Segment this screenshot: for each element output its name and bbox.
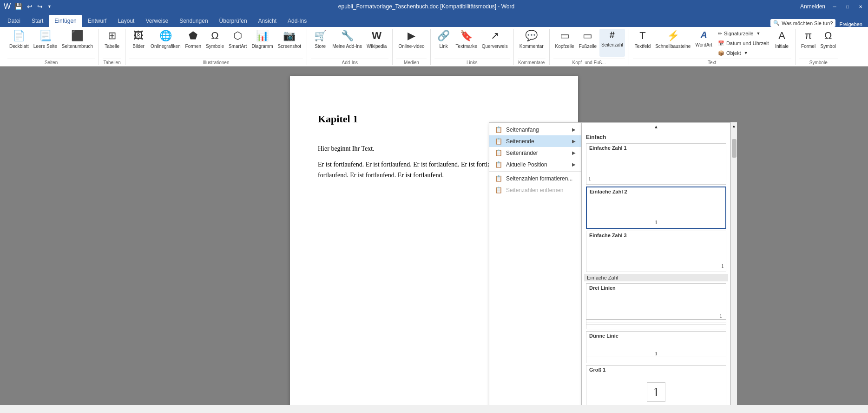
tab-addins[interactable]: Add-Ins (282, 15, 312, 27)
kopf-fuss-group-label: Kopf- und Fuß... (553, 59, 625, 65)
addins-group-label: Add-Ins (311, 59, 388, 65)
smartart-button[interactable]: ⬡ SmartArt (227, 29, 249, 57)
einfache-zahl-2-number: 1 (655, 219, 658, 226)
ribbon-group-seiten: 📄 Deckblatt 📃 Leere Seite ⬛ Seitenumbruc… (4, 29, 99, 65)
online-video-icon: ▶ (408, 30, 415, 42)
freigeben-button[interactable]: Freigeben (839, 21, 862, 27)
quick-access-undo[interactable]: ↩ (26, 3, 33, 10)
ribbon-group-illustrationen: 🖼 Bilder 🌐 Onlinegrafiken ⬟ Formen Ω Sym… (125, 29, 307, 65)
einfache-zahl-1-number: 1 (588, 175, 591, 182)
fusszeile-button[interactable]: ▭ Fußzeile (577, 29, 598, 57)
seitenzahl-button[interactable]: # Seitenzahl (599, 29, 625, 57)
onlinegrafiken-button[interactable]: 🌐 Onlinegrafiken (149, 29, 182, 57)
kommentare-group-label: Kommentare (518, 59, 546, 65)
schnellbausteine-button[interactable]: ⚡ Schnellbausteine (653, 29, 692, 57)
drei-linien-title: Drei Linien (586, 284, 726, 292)
einfache-zahl-3-number: 1 (721, 263, 724, 270)
aktuelle-position-item[interactable]: 📋 Aktuelle Position ▶ (489, 159, 581, 170)
wordart-button[interactable]: A WordArt (693, 29, 714, 57)
seitenzahlen-formatieren-item[interactable]: 📋 Seitenzahlen formatieren... (489, 173, 581, 184)
ribbon-group-addins: 🛒 Store 🔧 Meine Add-Ins W Wikipedia Add-… (307, 29, 393, 65)
textmarke-button[interactable]: 🔖 Textmarke (454, 29, 479, 57)
search-placeholder: Was möchten Sie tun? (782, 20, 833, 26)
initiale-button[interactable]: A Initiale (773, 29, 791, 57)
screenshot-button[interactable]: 📷 Screenshot (276, 29, 303, 57)
bilder-button[interactable]: 🖼 Bilder (129, 29, 148, 57)
scrollbar-thumb[interactable] (732, 139, 736, 158)
tab-datei[interactable]: Datei (2, 15, 26, 27)
restore-button[interactable]: □ (844, 3, 851, 10)
close-button[interactable]: ✕ (857, 3, 864, 10)
symbole-icon: Ω (211, 30, 218, 42)
drei-linien-line3 (586, 325, 726, 325)
bilder-icon: 🖼 (133, 30, 144, 42)
querverweis-button[interactable]: ↗ Querverweis (480, 29, 510, 57)
tab-einfuegen[interactable]: Einfügen (49, 15, 82, 27)
leere-seite-button[interactable]: 📃 Leere Seite (32, 29, 59, 57)
seitenraender-item[interactable]: 📋 Seitenränder ▶ (489, 147, 581, 159)
screenshot-icon: 📷 (283, 30, 296, 42)
formen-icon: ⬟ (189, 30, 197, 42)
online-video-button[interactable]: ▶ Online-video (396, 29, 426, 57)
main-area: Kapitel 1 Hier beginnt Ihr Text. Er ist … (0, 67, 868, 405)
minimize-button[interactable]: ─ (831, 3, 838, 10)
kopfzeile-button[interactable]: ▭ Kopfzeile (553, 29, 576, 57)
tab-ansicht[interactable]: Ansicht (253, 15, 282, 27)
formatieren-icon: 📋 (495, 175, 502, 182)
schnellbausteine-icon: ⚡ (667, 30, 679, 42)
tab-verweise[interactable]: Verweise (140, 15, 174, 27)
text-group-label: Text (633, 59, 791, 65)
tab-layout[interactable]: Layout (112, 15, 140, 27)
kommentar-button[interactable]: 💬 Kommentar (518, 29, 546, 57)
search-box[interactable]: 🔍 Was möchten Sie tun? (770, 19, 835, 27)
scrollbar-up-arrow[interactable]: ▲ (732, 122, 736, 130)
store-button[interactable]: 🛒 Store (311, 29, 329, 57)
tab-sendungen[interactable]: Sendungen (174, 15, 213, 27)
objekt-button[interactable]: 📦 Objekt ▼ (715, 48, 772, 58)
einfache-zahl-3-item[interactable]: Einfache Zahl 3 1 (586, 231, 726, 272)
link-button[interactable]: 🔗 Link (434, 29, 453, 57)
seitenumbruch-button[interactable]: ⬛ Seitenumbruch (60, 29, 95, 57)
textfeld-button[interactable]: T Textfeld (633, 29, 652, 57)
dunne-linie-item[interactable]: Dünne Linie 1 (586, 331, 726, 363)
panel-scroll-up[interactable]: ▲ (582, 123, 730, 130)
seitenende-item[interactable]: 📋 Seitenende ▶ (489, 135, 581, 147)
dunne-linie-number: 1 (655, 351, 658, 356)
aktuelle-position-arrow: ▶ (572, 162, 576, 167)
datum-uhrzeit-button[interactable]: 📅 Datum und Uhrzeit (715, 39, 772, 48)
ribbon-content: 📄 Deckblatt 📃 Leere Seite ⬛ Seitenumbruc… (0, 27, 868, 66)
datum-icon: 📅 (718, 40, 724, 47)
formen-button[interactable]: ⬟ Formen (184, 29, 203, 57)
anmelden-button[interactable]: Anmelden (800, 3, 825, 10)
symbol-button[interactable]: Ω Symbol (819, 29, 838, 57)
seiten-group-label: Seiten (7, 59, 95, 65)
wikipedia-button[interactable]: W Wikipedia (365, 29, 388, 57)
symbole-button[interactable]: Ω Symbole (204, 29, 226, 57)
tabelle-button[interactable]: ⊞ Tabelle (103, 29, 121, 57)
tab-ueberpruefen[interactable]: Überprüfen (214, 15, 253, 27)
deckblatt-button[interactable]: 📄 Deckblatt (7, 29, 31, 57)
drei-linien-item[interactable]: Drei Linien 1 (586, 283, 726, 329)
tab-entwurf[interactable]: Entwurf (82, 15, 112, 27)
einfache-zahl-2-item[interactable]: Einfache Zahl 2 1 (586, 187, 726, 229)
formel-button[interactable]: π Formel (799, 29, 818, 57)
einfache-zahl-1-item[interactable]: Einfache Zahl 1 1 (586, 143, 726, 185)
seitenzahl-dropdown: 📋 Seitenanfang ▶ 📋 Seitenende ▶ 📋 Seiten… (489, 122, 737, 405)
signaturzeile-button[interactable]: ✏ Signaturzeile ▼ (715, 29, 772, 38)
title-bar-title: epubli_Formatvorlage_Taschenbuch.doc [Ko… (53, 3, 800, 10)
word-icon: W (4, 2, 11, 11)
einfache-zahl-3-preview: 1 (586, 239, 726, 272)
quick-access-more[interactable]: ▼ (46, 4, 53, 9)
textfeld-icon: T (639, 30, 645, 42)
diagramm-button[interactable]: 📊 Diagramm (250, 29, 275, 57)
quick-access-redo[interactable]: ↪ (36, 3, 44, 10)
seitenanfang-arrow: ▶ (572, 127, 576, 132)
meine-addins-button[interactable]: 🔧 Meine Add-Ins (330, 29, 364, 57)
tab-start[interactable]: Start (26, 15, 49, 27)
gross1-item[interactable]: Groß 1 1 (586, 365, 726, 405)
quick-access-save[interactable]: 💾 (13, 3, 23, 10)
objekt-icon: 📦 (718, 50, 724, 56)
panel-scrollbar[interactable]: ▲ ▼ (730, 122, 737, 405)
seitenanfang-item[interactable]: 📋 Seitenanfang ▶ (489, 124, 581, 135)
store-icon: 🛒 (314, 30, 327, 42)
